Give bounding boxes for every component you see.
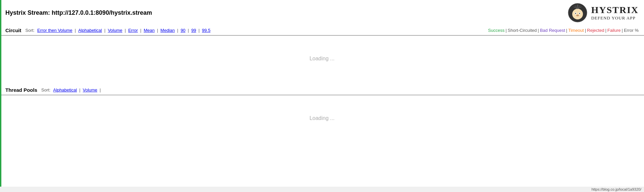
sort-99[interactable]: 99 bbox=[191, 28, 196, 33]
tp-sort-alphabetical[interactable]: Alphabetical bbox=[53, 87, 77, 92]
legend-sep2: | bbox=[538, 28, 539, 33]
svg-point-6 bbox=[576, 15, 579, 16]
logo-area: Hystrix Defend Your App bbox=[568, 3, 639, 23]
bottom-bar: https://blog.co.jp/local/1a9320/ bbox=[0, 187, 644, 192]
legend-success: Success bbox=[488, 28, 504, 33]
thread-pools-loading-container: Loading ... bbox=[0, 95, 644, 141]
sort-alphabetical[interactable]: Alphabetical bbox=[78, 28, 102, 33]
svg-point-4 bbox=[575, 13, 576, 14]
tp-sep1: | bbox=[79, 87, 80, 92]
sep3: | bbox=[125, 28, 126, 33]
legend-error-percent: Error % bbox=[624, 28, 639, 33]
tp-sep2: | bbox=[100, 87, 101, 92]
sort-volume[interactable]: Volume bbox=[108, 28, 122, 33]
legend-bad-request: Bad Request bbox=[540, 28, 565, 33]
svg-point-1 bbox=[572, 9, 583, 19]
legend-sep6: | bbox=[622, 28, 623, 33]
sort-90[interactable]: 90 bbox=[180, 28, 185, 33]
thread-pools-bar: Thread Pools Sort: Alphabetical | Volume… bbox=[0, 85, 644, 95]
sep6: | bbox=[177, 28, 178, 33]
sep1: | bbox=[75, 28, 76, 33]
circuit-sort-label: Sort: bbox=[25, 28, 35, 33]
thread-pools-loading-text: Loading ... bbox=[310, 115, 335, 121]
legend-sep3: | bbox=[566, 28, 567, 33]
circuit-loading-text: Loading ... bbox=[310, 56, 335, 62]
sort-99-5[interactable]: 99.5 bbox=[202, 28, 210, 33]
sort-error[interactable]: Error bbox=[128, 28, 138, 33]
legend-short-circuited: Short-Circuited bbox=[508, 28, 537, 33]
legend-sep5: | bbox=[605, 28, 606, 33]
svg-point-5 bbox=[579, 13, 580, 14]
legend-timeout: Timeout bbox=[568, 28, 584, 33]
sep4: | bbox=[140, 28, 141, 33]
legend-area: Success | Short-Circuited | Bad Request … bbox=[488, 28, 639, 33]
tp-sort-volume[interactable]: Volume bbox=[83, 87, 97, 92]
circuit-label: Circuit bbox=[5, 27, 21, 33]
hystrix-logo-icon bbox=[568, 3, 588, 23]
sep7: | bbox=[188, 28, 189, 33]
legend-rejected: Rejected bbox=[587, 28, 604, 33]
logo-name: Hystrix bbox=[591, 5, 639, 15]
sort-mean[interactable]: Mean bbox=[144, 28, 155, 33]
thread-pools-sort-label: Sort: bbox=[41, 87, 50, 92]
sep5: | bbox=[157, 28, 158, 33]
sep8: | bbox=[199, 28, 200, 33]
thread-pools-label: Thread Pools bbox=[5, 87, 37, 93]
left-border bbox=[0, 0, 1, 192]
page-title: Hystrix Stream: http://127.0.0.1:8090/hy… bbox=[5, 9, 152, 16]
logo-tagline: Defend Your App bbox=[591, 15, 635, 21]
header: Hystrix Stream: http://127.0.0.1:8090/hy… bbox=[0, 0, 644, 25]
sort-error-then-volume[interactable]: Error then Volume bbox=[37, 28, 72, 33]
bottom-url: https://blog.co.jp/local/1a9320/ bbox=[591, 187, 641, 191]
logo-text: Hystrix Defend Your App bbox=[591, 5, 639, 21]
sep2: | bbox=[104, 28, 105, 33]
circuit-loading-container: Loading ... bbox=[0, 36, 644, 82]
legend-sep1: | bbox=[505, 28, 506, 33]
sort-median[interactable]: Median bbox=[160, 28, 175, 33]
legend-failure: Failure bbox=[607, 28, 621, 33]
circuit-bar: Circuit Sort: Error then Volume | Alphab… bbox=[0, 25, 644, 36]
legend-sep4: | bbox=[585, 28, 586, 33]
